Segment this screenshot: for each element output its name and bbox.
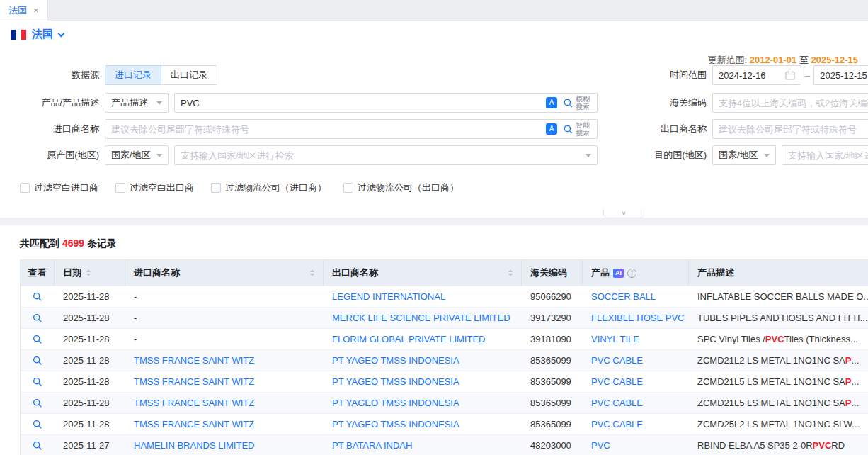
col-hs-code: 海关编码 bbox=[522, 260, 583, 286]
table-header: 查看 日期 进口商名称 出口商名称 海关编码 产品 AI i bbox=[21, 260, 868, 286]
exporter-link[interactable]: PT BATARA INDAH bbox=[332, 440, 412, 451]
product-desc-cell: RBIND ELBA A5 SP35 2-0R PVC RD bbox=[689, 435, 868, 455]
exporter-link[interactable]: PT YAGEO TMSS INDONESIA bbox=[332, 398, 459, 408]
view-button[interactable] bbox=[33, 356, 42, 366]
view-button[interactable] bbox=[33, 420, 42, 429]
tab-france[interactable]: 法国 × bbox=[0, 0, 48, 21]
product-link[interactable]: VINYL TILE bbox=[591, 334, 639, 344]
origin-field[interactable] bbox=[174, 145, 598, 165]
chevron-down-icon bbox=[58, 30, 65, 37]
hs-code-cell: 85365099 bbox=[522, 414, 583, 434]
sort-icon[interactable] bbox=[86, 269, 91, 276]
date-from-field bbox=[712, 65, 801, 85]
product-link[interactable]: PVC CABLE bbox=[591, 376, 643, 387]
calendar-icon[interactable] bbox=[785, 70, 795, 80]
importer-link[interactable]: TMSS FRANCE SAINT WITZ bbox=[134, 398, 254, 408]
filter-checkbox[interactable]: 过滤物流公司（进口商） bbox=[211, 181, 326, 194]
checkbox-icon[interactable] bbox=[343, 183, 353, 193]
origin-input[interactable] bbox=[181, 150, 581, 161]
col-date: 日期 bbox=[55, 260, 125, 286]
filter-panel: 法国 更新范围: 2012-01-01 至 2025-12-15 数据源 进口记… bbox=[0, 21, 868, 218]
origin-type-select[interactable]: 国家/地区 bbox=[105, 145, 169, 165]
view-button[interactable] bbox=[33, 377, 42, 387]
exporter-input[interactable] bbox=[719, 124, 868, 135]
destination-type-select[interactable]: 国家/地区 bbox=[712, 145, 776, 165]
filter-checkbox[interactable]: 过滤物流公司（出口商） bbox=[343, 181, 459, 194]
date-cell: 2025-11-28 bbox=[55, 286, 125, 307]
exporter-link[interactable]: MERCK LIFE SCIENCE PRIVATE LIMITED bbox=[332, 313, 510, 323]
destination-input[interactable] bbox=[788, 150, 868, 161]
origin-label: 原产国(地区) bbox=[20, 149, 99, 162]
importer-input[interactable] bbox=[111, 124, 540, 135]
info-icon[interactable]: i bbox=[627, 269, 636, 278]
product-type-select[interactable]: 产品描述 bbox=[105, 93, 169, 113]
magnifier-icon bbox=[33, 356, 42, 366]
chevron-down-icon: ∨ bbox=[622, 210, 627, 217]
collapse-handle[interactable]: ∨ bbox=[603, 209, 644, 218]
close-icon[interactable]: × bbox=[33, 6, 39, 15]
product-input[interactable] bbox=[181, 98, 540, 108]
product-link[interactable]: PVC bbox=[591, 440, 610, 451]
date-cell: 2025-11-28 bbox=[55, 371, 125, 392]
date-cell: 2025-11-28 bbox=[55, 308, 125, 328]
translate-icon[interactable]: A bbox=[546, 123, 557, 135]
checkbox-icon[interactable] bbox=[20, 183, 30, 193]
view-button[interactable] bbox=[33, 292, 42, 302]
importer-link[interactable]: TMSS FRANCE SAINT WITZ bbox=[134, 376, 254, 387]
chevron-down-icon bbox=[586, 154, 591, 157]
importer-link[interactable]: HAMELIN BRANDS LIMITED bbox=[134, 440, 254, 451]
importer-link[interactable]: TMSS FRANCE SAINT WITZ bbox=[134, 355, 254, 366]
match-summary: 共匹配到 4699 条记录 bbox=[0, 225, 868, 259]
exporter-link[interactable]: PT YAGEO TMSS INDONESIA bbox=[332, 419, 459, 429]
importer-link: - bbox=[134, 291, 137, 302]
filter-checkbox[interactable]: 过滤空白进口商 bbox=[20, 181, 98, 194]
date-from-input[interactable] bbox=[719, 70, 785, 81]
filter-checkbox[interactable]: 过滤空白出口商 bbox=[115, 181, 194, 194]
update-range-label: 更新范围: bbox=[708, 55, 748, 65]
exporter-link[interactable]: LEGEND INTERNATIONAL bbox=[332, 291, 445, 302]
product-link[interactable]: PVC CABLE bbox=[591, 355, 643, 366]
hs-code-label: 海关编码 bbox=[623, 96, 707, 109]
date-range-separator: – bbox=[805, 70, 810, 81]
destination-label: 目的国(地区) bbox=[623, 149, 707, 162]
sort-icon[interactable] bbox=[310, 269, 314, 276]
translate-icon[interactable]: A bbox=[546, 97, 557, 108]
product-desc-cell: ZCMD25L2 LS METAL 1NO1NC SLW... bbox=[689, 414, 868, 434]
col-exporter: 出口商名称 bbox=[324, 260, 522, 286]
fuzzy-search-button[interactable]: 模糊搜索 bbox=[563, 95, 591, 111]
chevron-down-icon bbox=[156, 101, 162, 105]
destination-field[interactable] bbox=[782, 145, 868, 165]
importer-link[interactable]: TMSS FRANCE SAINT WITZ bbox=[134, 419, 254, 429]
view-button[interactable] bbox=[33, 313, 42, 323]
col-importer: 进口商名称 bbox=[125, 260, 324, 286]
view-button[interactable] bbox=[33, 335, 42, 344]
smart-search-button[interactable]: 智能搜索 bbox=[563, 121, 591, 137]
search-icon bbox=[563, 124, 573, 135]
exporter-label: 出口商名称 bbox=[623, 123, 707, 135]
import-records-tab[interactable]: 进口记录 bbox=[105, 65, 161, 85]
sort-icon[interactable] bbox=[508, 269, 513, 276]
product-desc-cell: INFLATABLE SOCCER BALLS MADE O... bbox=[689, 286, 868, 307]
magnifier-icon bbox=[33, 292, 42, 302]
export-records-tab[interactable]: 出口记录 bbox=[161, 65, 217, 85]
table-row: 2025-11-27 HAMELIN BRANDS LIMITED PT BAT… bbox=[21, 434, 868, 455]
product-link[interactable]: PVC CABLE bbox=[591, 398, 643, 408]
checkbox-icon[interactable] bbox=[115, 183, 125, 193]
magnifier-icon bbox=[33, 441, 42, 451]
page: 法国 × 法国 更新范围: 2012-01-01 至 2025-12-15 数据… bbox=[0, 0, 868, 455]
table-row: 2025-11-28 TMSS FRANCE SAINT WITZ PT YAG… bbox=[21, 392, 868, 413]
product-link[interactable]: PVC CABLE bbox=[591, 419, 643, 429]
view-button[interactable] bbox=[33, 398, 42, 408]
product-field: A 模糊搜索 bbox=[174, 93, 598, 113]
country-selector[interactable]: 法国 bbox=[11, 28, 64, 41]
hs-code-field bbox=[712, 93, 868, 113]
hs-code-input[interactable] bbox=[719, 98, 868, 108]
view-button[interactable] bbox=[33, 441, 42, 451]
product-link[interactable]: SOCCER BALL bbox=[591, 291, 656, 302]
exporter-link[interactable]: PT YAGEO TMSS INDONESIA bbox=[332, 355, 459, 366]
product-link[interactable]: FLEXIBLE HOSE PVC bbox=[591, 313, 685, 323]
exporter-link[interactable]: PT YAGEO TMSS INDONESIA bbox=[332, 376, 459, 387]
checkbox-icon[interactable] bbox=[211, 183, 221, 193]
date-to-input[interactable] bbox=[820, 70, 868, 81]
exporter-link[interactable]: FLORIM GLOBAL PRIVATE LIMITED bbox=[332, 334, 485, 344]
